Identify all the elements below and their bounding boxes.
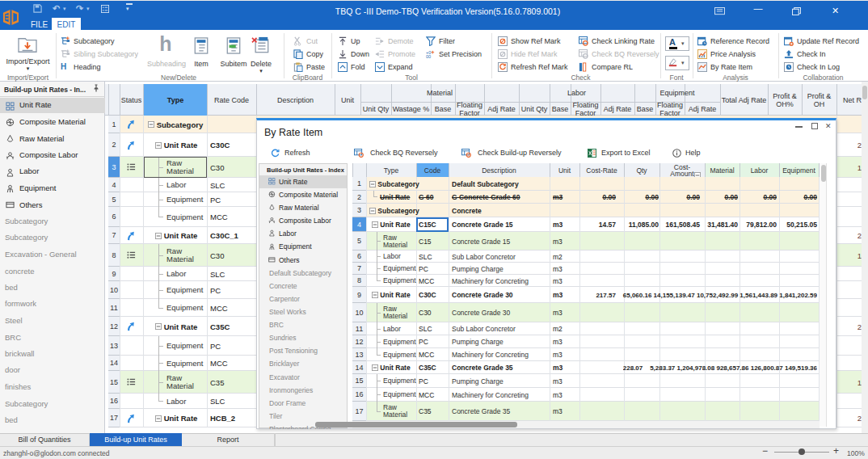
svg-text:00: 00 bbox=[426, 54, 431, 59]
